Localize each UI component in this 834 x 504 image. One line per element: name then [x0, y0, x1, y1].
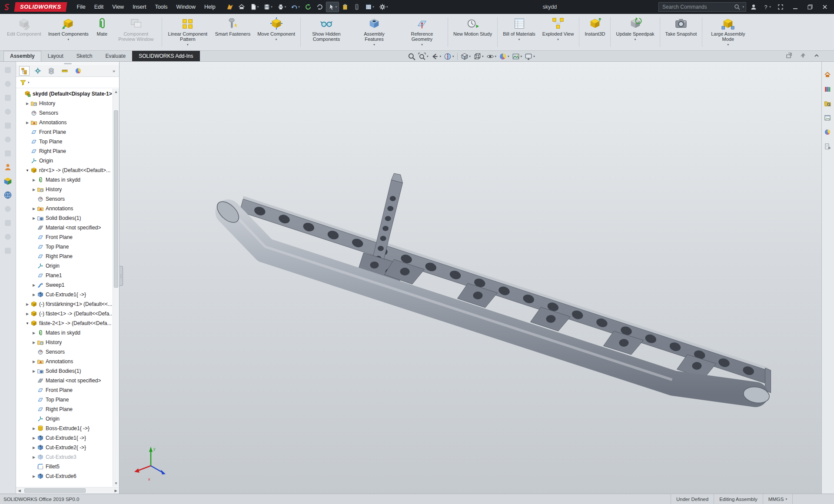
tree-item[interactable]: ▶Mates in skydd [17, 328, 112, 338]
tree-item[interactable]: Material <not specified> [17, 223, 112, 232]
tree-item[interactable]: Sensors [17, 108, 112, 118]
tree-expand-arrow[interactable]: ▶ [31, 360, 37, 364]
tree-item[interactable]: Right Plane [17, 405, 112, 414]
left-toolbar-icon[interactable] [3, 135, 13, 144]
tree-item[interactable]: Sensors [17, 347, 112, 357]
apply-scene-button[interactable]: ▾ [511, 52, 524, 61]
scroll-right-icon[interactable]: ▶ [113, 489, 119, 493]
select-cursor-button[interactable]: ▾ [326, 2, 339, 12]
ribbon-button-bill-of-materials[interactable]: Bill of Materials▾ [499, 14, 539, 50]
minimize-button[interactable] [789, 0, 802, 13]
device-button[interactable] [351, 2, 362, 12]
previous-view-button[interactable]: ▾ [430, 52, 443, 61]
section-view-button[interactable]: ▾ [442, 52, 455, 61]
tree-item[interactable]: ▶Boss-Extrude1{ ->} [17, 424, 112, 433]
ribbon-button-linear-component-pattern[interactable]: Linear Component Pattern▾ [164, 14, 212, 50]
ribbon-button-mate[interactable]: Mate [92, 14, 112, 50]
tree-expand-arrow[interactable]: ▼ [24, 322, 30, 325]
tree-item[interactable]: ▶Solid Bodies(1) [17, 366, 112, 376]
menu-insert[interactable]: Insert [128, 1, 150, 13]
view-palette-button[interactable] [824, 114, 832, 122]
search-caret-icon[interactable]: ▾ [742, 5, 744, 9]
tree-item[interactable]: ▶Cut-Extrude6 [17, 471, 112, 481]
assembly-model[interactable] [120, 62, 821, 494]
file-explorer-button[interactable] [824, 100, 832, 108]
ribbon-button-large-assembly-mode[interactable]: Large Assembly Mode▾ [704, 14, 752, 50]
ribbon-button-update-speedpak[interactable]: Update Speedpak▾ [612, 14, 658, 50]
ribbon-button-instant3d[interactable]: Instant3D [581, 14, 608, 50]
tree-expand-arrow[interactable]: ▶ [31, 341, 37, 345]
menu-tools[interactable]: Tools [150, 1, 172, 13]
menu-edit[interactable]: Edit [90, 1, 108, 13]
tree-item[interactable]: Top Plane [17, 395, 112, 405]
tree-expand-arrow[interactable]: ▶ [31, 331, 37, 335]
left-toolbar-icon[interactable] [3, 204, 13, 214]
save-button[interactable]: ▾ [261, 2, 275, 12]
tree-expand-arrow[interactable]: ▶ [24, 121, 30, 125]
tree-expand-arrow[interactable]: ▶ [31, 207, 37, 211]
filter-caret-icon[interactable]: ▾ [28, 81, 30, 84]
tab-solidworks-add-ins[interactable]: SOLIDWORKS Add-Ins [132, 51, 199, 61]
display-manager-tab[interactable] [73, 66, 83, 76]
panel-splitter-handle[interactable]: ⋮ [120, 266, 123, 286]
tree-vertical-scrollbar[interactable]: ▲ ▼ [113, 89, 119, 487]
scroll-up-icon[interactable]: ▲ [113, 89, 119, 95]
print-button[interactable]: ▾ [275, 2, 289, 12]
scroll-left-icon[interactable]: ◀ [16, 489, 23, 493]
left-toolbar-icon[interactable] [3, 218, 13, 228]
tree-item[interactable]: ▶Cut-Extrude1{ ->} [17, 433, 112, 443]
ribbon-button-reference-geometry[interactable]: Reference Geometry▾ [398, 14, 446, 50]
panel-grip[interactable] [16, 62, 119, 65]
tree-item[interactable]: Front Plane [17, 385, 112, 395]
tab-sketch[interactable]: Sketch [70, 51, 99, 61]
tree-item[interactable]: Right Plane [17, 252, 112, 261]
left-toolbar-icon[interactable] [3, 176, 13, 186]
tree-expand-arrow[interactable]: ▶ [24, 302, 30, 306]
tree-expand-arrow[interactable]: ▶ [31, 216, 37, 220]
gear-button[interactable]: ▾ [377, 2, 390, 12]
configuration-manager-tab[interactable] [46, 66, 56, 76]
tree-item[interactable]: Origin [17, 156, 112, 166]
display-style-button[interactable]: ▾ [472, 52, 485, 61]
new-doc-button[interactable]: ▾ [248, 2, 261, 12]
tree-expand-arrow[interactable]: ▼ [24, 169, 30, 172]
tree-item[interactable]: ▼fäste-2<1> -> (Default<<Defa... [17, 318, 112, 328]
edit-appearance-button[interactable]: ▾ [498, 52, 511, 61]
clipboard-button[interactable] [339, 2, 351, 12]
close-button[interactable] [818, 0, 831, 13]
rebuild-alt-button[interactable] [314, 2, 326, 12]
tree-item[interactable]: Right Plane [17, 146, 112, 156]
tree-item[interactable]: ▶History [17, 338, 112, 347]
view-orientation-button[interactable]: ▾ [459, 52, 472, 61]
dimxpert-manager-tab[interactable] [60, 66, 70, 76]
tree-item[interactable]: Sensors [17, 194, 112, 204]
collapse-commandmanager-button[interactable] [813, 52, 820, 61]
tree-expand-arrow[interactable]: ▶ [31, 369, 37, 373]
search-input[interactable] [662, 4, 732, 10]
left-toolbar-icon[interactable] [3, 232, 13, 242]
hide-show-items-button[interactable]: ▾ [485, 52, 498, 61]
filter-funnel-icon[interactable] [20, 79, 27, 86]
fullscreen-button[interactable] [774, 0, 787, 13]
zoom-fit-button[interactable] [406, 52, 417, 61]
tree-item[interactable]: Plane1 [17, 271, 112, 280]
ribbon-button-new-motion-study[interactable]: New Motion Study [450, 14, 495, 50]
tree-item[interactable]: ▶(-) förstärkning<1> (Default<<... [17, 299, 112, 309]
ribbon-button-insert-components[interactable]: Insert Components▾ [45, 14, 92, 50]
ribbon-button-move-component[interactable]: Move Component▾ [254, 14, 299, 50]
tree-item[interactable]: ▶Cut-Extrude2{ ->} [17, 443, 112, 452]
ribbon-button-smart-fasteners[interactable]: Smart Fasteners [212, 14, 254, 50]
tree-expand-arrow[interactable]: ▶ [31, 293, 37, 297]
tree-item[interactable]: Origin [17, 414, 112, 424]
custom-properties-button[interactable] [824, 143, 832, 151]
ribbon-button-assembly-features[interactable]: Assembly Features▾ [350, 14, 398, 50]
tree-item[interactable]: ▶Cut-Extrude3 [17, 452, 112, 462]
tab-layout[interactable]: Layout [41, 51, 70, 61]
status-mmgs[interactable]: MMGS▾ [763, 494, 792, 504]
feature-manager-tab[interactable] [19, 66, 30, 76]
tree-item[interactable]: ▶AAnnotations [17, 357, 112, 366]
tab-evaluate[interactable]: Evaluate [99, 51, 132, 61]
left-toolbar-icon[interactable] [3, 121, 13, 130]
tree-item[interactable]: ▶Sweep1 [17, 280, 112, 290]
tree-item[interactable]: Front Plane [17, 127, 112, 137]
